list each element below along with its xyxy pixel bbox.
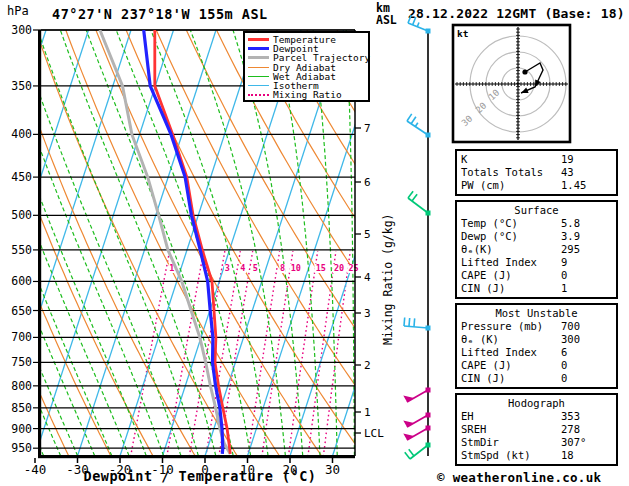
wind-barb <box>407 114 431 138</box>
mixing-ratio-value-label: 15 <box>316 263 326 273</box>
km-tick-label: 3 <box>364 307 371 320</box>
pressure-tick-label: 300 <box>11 23 32 37</box>
legend-line-sample <box>248 76 269 77</box>
km-tick-label: 4 <box>364 271 371 284</box>
legend-line-sample <box>248 47 269 50</box>
stats-value: 43 <box>561 166 612 179</box>
pressure-tick-label: 600 <box>11 274 32 288</box>
wind-barb <box>403 426 430 441</box>
barb-feather <box>413 17 416 25</box>
stats-row: Dewp (°C)3.9 <box>461 230 612 243</box>
temperature-axis-title: Dewpoint / Temperature (°C) <box>40 468 360 484</box>
wind-barb <box>408 191 431 215</box>
km-tick-label: 2 <box>364 359 371 372</box>
dry-adiabat-line <box>36 30 238 457</box>
barb-feather <box>404 318 405 326</box>
stats-row: Pressure (mb)700 <box>461 320 612 333</box>
stats-row: K19 <box>461 153 612 166</box>
stats-label: K <box>461 153 561 166</box>
skewt-sounding-page: hPa 47°27'N 237°18'W 155m ASL km ASL 28.… <box>0 0 629 486</box>
km-tick-label: 5 <box>364 228 371 241</box>
barb-pennant <box>403 395 414 402</box>
stats-row: Temp (°C)5.8 <box>461 217 612 230</box>
stats-label: EH <box>461 410 561 423</box>
wind-barb <box>403 388 430 403</box>
stats-value: 5.8 <box>561 217 612 230</box>
stats-value: 700 <box>561 320 612 333</box>
stats-value: 307° <box>561 436 612 449</box>
barb-feather <box>409 449 414 456</box>
barb-pennant <box>403 433 414 440</box>
barb-feather <box>411 117 416 124</box>
wind-barb <box>404 318 431 331</box>
legend-line-sample <box>248 85 269 86</box>
wet-adiabat-line <box>0 30 10 456</box>
stats-value: 6 <box>561 346 612 359</box>
barb-staff <box>410 445 428 459</box>
stats-label: θₑ (K) <box>461 333 561 346</box>
stats-value: 295 <box>561 243 612 256</box>
pressure-tick-label: 900 <box>11 422 32 436</box>
pressure-tick-label: 750 <box>11 355 32 369</box>
barb-staff <box>404 326 428 328</box>
barb-level-dot <box>426 413 431 418</box>
stats-label: StmSpd (kt) <box>461 449 561 462</box>
stats-row: Lifted Index9 <box>461 256 612 269</box>
stats-label: Lifted Index <box>461 346 561 359</box>
pressure-tick-label: 500 <box>11 208 32 222</box>
stats-table-title: Surface <box>461 204 612 217</box>
stats-value: 18 <box>561 449 612 462</box>
km-tick-label: 6 <box>364 176 371 189</box>
barb-staff <box>407 415 428 427</box>
stats-value: 0 <box>561 359 612 372</box>
stats-value: 353 <box>561 410 612 423</box>
barb-feather <box>407 114 412 121</box>
stats-row: PW (cm)1.45 <box>461 179 612 192</box>
stats-label: CAPE (J) <box>461 359 561 372</box>
height-axis: 7654321 <box>355 122 371 433</box>
pressure-tick-label: 700 <box>11 330 32 344</box>
isotherm-line <box>120 30 259 456</box>
pressure-tick-label: 800 <box>11 379 32 393</box>
plot-border-bottom <box>38 455 355 458</box>
pressure-tick-label: 550 <box>11 243 32 257</box>
pressure-tick-label: 450 <box>11 170 32 184</box>
lcl-marker-label: LCL <box>364 427 384 440</box>
stats-row: Lifted Index6 <box>461 346 612 359</box>
stats-label: CIN (J) <box>461 372 561 385</box>
mixing-ratio-axis-title: Mixing Ratio (g/kg) <box>381 213 395 345</box>
stats-label: Dewp (°C) <box>461 230 561 243</box>
barb-feather <box>408 191 413 198</box>
hodograph-start-dot <box>522 69 527 74</box>
stats-row: StmSpd (kt)18 <box>461 449 612 462</box>
stats-label: SREH <box>461 423 561 436</box>
stats-label: Totals Totals <box>461 166 561 179</box>
barb-half-feather <box>415 123 417 127</box>
legend-label: Mixing Ratio <box>273 90 342 99</box>
legend-row: Mixing Ratio <box>248 90 365 99</box>
barb-staff <box>408 198 428 213</box>
wind-barb <box>405 443 431 460</box>
barb-feather <box>412 194 417 201</box>
stats-value: 0 <box>561 372 612 385</box>
stats-row: CAPE (J)0 <box>461 359 612 372</box>
stats-label: PW (cm) <box>461 179 561 192</box>
barb-half-feather <box>417 23 419 27</box>
stats-row: θₑ (K)300 <box>461 333 612 346</box>
barb-feather <box>414 318 415 326</box>
stats-row: EH353 <box>461 410 612 423</box>
stats-table-title: Most Unstable <box>461 307 612 320</box>
stats-value: 300 <box>561 333 612 346</box>
wind-barb-column <box>403 15 430 459</box>
barb-staff <box>407 390 428 402</box>
stats-table: SurfaceTemp (°C)5.8Dewp (°C)3.9θₑ(K)295L… <box>455 200 618 299</box>
legend-line-sample <box>248 67 269 68</box>
stats-label: Lifted Index <box>461 256 561 269</box>
km-tick-label: 7 <box>364 122 371 135</box>
barb-feather <box>405 452 410 459</box>
stats-value: 0 <box>561 269 612 282</box>
stats-row: SREH278 <box>461 423 612 436</box>
stats-label: StmDir <box>461 436 561 449</box>
wet-adiabat-line <box>60 30 216 456</box>
wind-barb <box>408 15 431 33</box>
